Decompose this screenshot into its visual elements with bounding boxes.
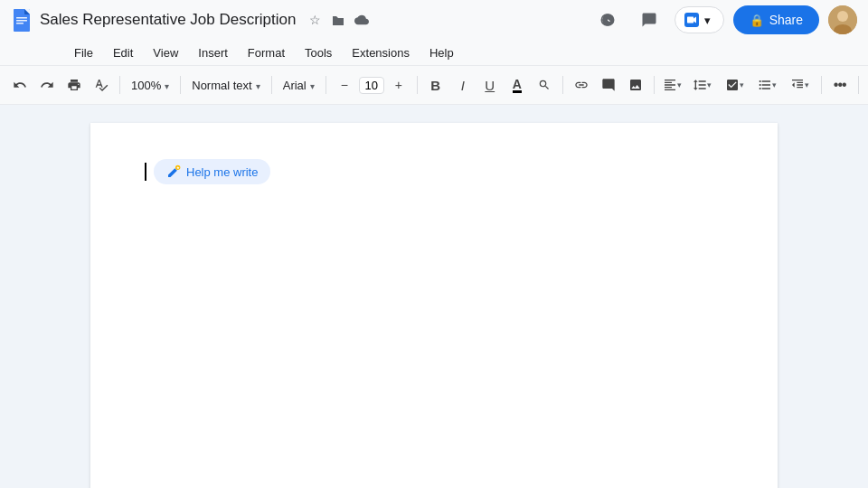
- decrease-font-button[interactable]: −: [332, 72, 357, 98]
- font-chevron-icon: [310, 79, 315, 92]
- font-color-button[interactable]: A: [505, 72, 530, 98]
- underline-button[interactable]: U: [477, 72, 503, 98]
- separator-4: [326, 76, 326, 94]
- highlight-button[interactable]: [532, 72, 557, 98]
- link-button[interactable]: [569, 72, 594, 98]
- lock-icon: 🔒: [750, 14, 764, 27]
- comment-button[interactable]: [596, 72, 621, 98]
- svg-rect-2: [16, 17, 27, 19]
- document-title: Sales Representative Job Description: [40, 11, 296, 29]
- font-size-control: − +: [332, 72, 411, 98]
- image-button[interactable]: [623, 72, 648, 98]
- document-page: ★ Help me write: [90, 123, 778, 488]
- text-style-value: Normal text: [192, 79, 251, 92]
- meet-icon: [684, 13, 699, 27]
- title-actions: ▾ 🔒 Share: [591, 4, 857, 36]
- separator-9: [858, 76, 859, 94]
- history-icon[interactable]: [591, 4, 624, 36]
- separator-5: [417, 76, 418, 94]
- menu-tools[interactable]: Tools: [296, 43, 341, 62]
- separator-8: [821, 76, 822, 94]
- menu-edit[interactable]: Edit: [104, 43, 142, 62]
- font-color-label: A: [513, 78, 522, 93]
- more-options-button[interactable]: •••: [827, 72, 853, 98]
- format-clear-button[interactable]: [864, 72, 868, 98]
- meet-button[interactable]: ▾: [675, 6, 724, 33]
- cursor-line: ★ Help me write: [145, 159, 723, 184]
- separator-2: [180, 76, 181, 94]
- svg-rect-3: [16, 20, 27, 22]
- star-icon[interactable]: ☆: [307, 12, 323, 28]
- spellcheck-button[interactable]: [89, 72, 114, 98]
- zoom-value: 100%: [131, 79, 161, 92]
- text-cursor: [145, 163, 146, 181]
- meet-label: ▾: [704, 14, 711, 27]
- menu-help[interactable]: Help: [420, 43, 463, 62]
- font-value: Arial: [283, 79, 307, 92]
- svg-point-6: [837, 11, 848, 22]
- text-style-dropdown[interactable]: Normal text: [186, 76, 265, 95]
- separator-7: [654, 76, 655, 94]
- zoom-control[interactable]: 100%: [126, 76, 175, 95]
- svg-rect-4: [16, 23, 24, 24]
- separator-3: [271, 76, 272, 94]
- cloud-save-icon[interactable]: [354, 12, 370, 28]
- menu-bar: File Edit View Insert Format Tools Exten…: [0, 40, 868, 65]
- title-bar: Sales Representative Job Description ☆ ▾…: [0, 0, 868, 40]
- zoom-dropdown[interactable]: 100%: [126, 76, 175, 95]
- comments-icon[interactable]: [633, 4, 665, 36]
- share-button[interactable]: 🔒 Share: [733, 5, 819, 34]
- undo-button[interactable]: [7, 72, 33, 98]
- bullet-list-button[interactable]: ▾: [752, 72, 783, 98]
- align-button[interactable]: ▾: [660, 72, 685, 98]
- redo-button[interactable]: [34, 72, 60, 98]
- text-style-chevron-icon: [256, 79, 260, 92]
- move-to-folder-icon[interactable]: [330, 12, 346, 28]
- menu-insert[interactable]: Insert: [189, 43, 237, 62]
- font-dropdown[interactable]: Arial: [278, 76, 320, 95]
- pencil-star-icon: ★: [166, 164, 181, 179]
- share-label: Share: [769, 13, 803, 27]
- menu-extensions[interactable]: Extensions: [343, 43, 419, 62]
- svg-text:★: ★: [176, 165, 180, 170]
- zoom-chevron-icon: [165, 79, 169, 92]
- checklist-button[interactable]: ▾: [720, 72, 750, 98]
- toolbar: 100% Normal text Arial − + B I U A: [0, 65, 868, 105]
- menu-file[interactable]: File: [65, 43, 102, 62]
- increase-font-button[interactable]: +: [386, 72, 411, 98]
- indent-decrease-button[interactable]: ▾: [785, 72, 816, 98]
- help-me-write-button[interactable]: ★ Help me write: [154, 159, 270, 184]
- title-icon-group: ☆: [307, 12, 370, 28]
- menu-view[interactable]: View: [144, 43, 187, 62]
- separator-1: [119, 76, 120, 94]
- menu-format[interactable]: Format: [239, 43, 294, 62]
- help-me-write-label: Help me write: [186, 165, 258, 179]
- font-size-input[interactable]: [359, 77, 384, 94]
- line-spacing-button[interactable]: ▾: [687, 72, 718, 98]
- google-docs-icon: [11, 7, 33, 33]
- separator-6: [562, 76, 563, 94]
- print-button[interactable]: [61, 72, 87, 98]
- italic-button[interactable]: I: [450, 72, 476, 98]
- user-avatar[interactable]: [828, 5, 857, 34]
- document-area: ★ Help me write: [0, 105, 868, 488]
- bold-button[interactable]: B: [423, 72, 448, 98]
